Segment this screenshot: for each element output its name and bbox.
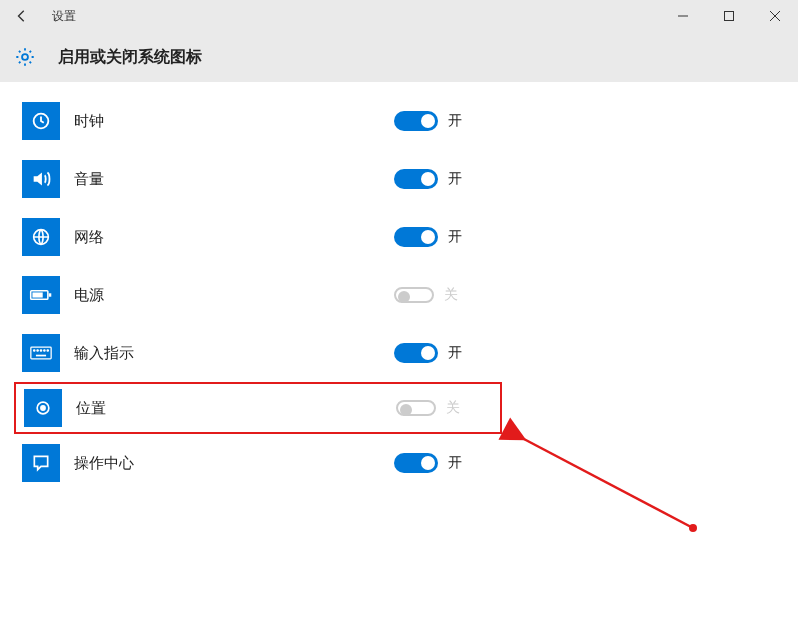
toggle-state-label: 开 [448,454,462,472]
toggle-switch[interactable] [394,343,438,363]
settings-row: 位置关 [14,382,502,434]
svg-rect-8 [31,347,51,359]
toggle-wrap: 关 [394,286,458,304]
toggle-wrap: 关 [396,399,460,417]
toggle-state-label: 开 [448,112,462,130]
toggle-wrap: 开 [394,169,462,189]
settings-row: 网络开 [0,208,798,266]
location-icon [24,389,62,427]
svg-point-2 [22,54,28,60]
titlebar: 设置 [0,0,798,32]
svg-rect-6 [49,293,52,296]
svg-rect-7 [32,292,42,297]
settings-row: 时钟开 [0,92,798,150]
page-title: 启用或关闭系统图标 [58,47,202,68]
setting-label: 音量 [74,170,394,189]
settings-list: 时钟开音量开网络开电源关输入指示开位置关操作中心开 [0,82,798,492]
ime-icon [22,334,60,372]
page-header-row: 启用或关闭系统图标 [0,32,798,82]
network-icon [22,218,60,256]
window-controls [660,0,798,32]
power-icon [22,276,60,314]
svg-rect-14 [36,355,46,357]
toggle-switch [394,287,434,303]
setting-label: 电源 [74,286,394,305]
svg-point-12 [44,350,45,351]
clock-icon [22,102,60,140]
action-icon [22,444,60,482]
toggle-switch[interactable] [394,111,438,131]
toggle-state-label: 关 [446,399,460,417]
maximize-button[interactable] [706,0,752,32]
settings-row: 操作中心开 [0,434,798,492]
setting-label: 位置 [76,399,396,418]
toggle-wrap: 开 [394,227,462,247]
svg-rect-1 [725,12,734,21]
toggle-switch[interactable] [394,453,438,473]
close-button[interactable] [752,0,798,32]
settings-row: 电源关 [0,266,798,324]
svg-point-11 [40,350,41,351]
toggle-wrap: 开 [394,111,462,131]
svg-point-16 [41,406,45,410]
setting-label: 网络 [74,228,394,247]
toggle-switch [396,400,436,416]
setting-label: 输入指示 [74,344,394,363]
settings-row: 输入指示开 [0,324,798,382]
setting-label: 操作中心 [74,454,394,473]
toggle-state-label: 开 [448,344,462,362]
setting-label: 时钟 [74,112,394,131]
volume-icon [22,160,60,198]
settings-row: 音量开 [0,150,798,208]
svg-point-10 [37,350,38,351]
minimize-button[interactable] [660,0,706,32]
toggle-switch[interactable] [394,169,438,189]
back-button[interactable] [0,0,44,32]
toggle-wrap: 开 [394,343,462,363]
toggle-state-label: 关 [444,286,458,304]
svg-point-13 [47,350,48,351]
window-title: 设置 [52,8,76,25]
toggle-state-label: 开 [448,170,462,188]
svg-point-18 [689,524,697,532]
toggle-state-label: 开 [448,228,462,246]
gear-icon [14,46,36,68]
svg-point-9 [34,350,35,351]
toggle-switch[interactable] [394,227,438,247]
toggle-wrap: 开 [394,453,462,473]
